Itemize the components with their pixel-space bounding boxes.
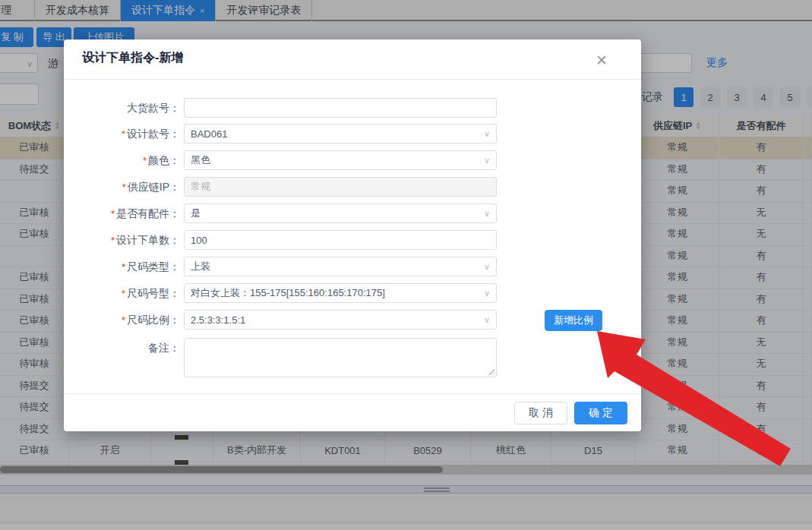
field-label: *尺码类型：	[64, 257, 180, 277]
chevron-down-icon: ∨	[484, 262, 490, 272]
field-label: *是否有配件：	[64, 203, 180, 224]
divider	[64, 79, 641, 80]
field-label: *颜色：	[64, 150, 180, 171]
field-select-7[interactable]: 上装∨	[184, 257, 497, 276]
field-label: *尺码号型：	[64, 283, 180, 304]
cancel-button[interactable]: 取 消	[514, 402, 567, 424]
field-select-9[interactable]: 2.5:3:3:1.5:1∨	[184, 310, 497, 330]
field-label: *供应链IP：	[64, 177, 180, 197]
field-value: 100	[191, 235, 490, 246]
required-asterisk: *	[122, 181, 126, 193]
field-select-5[interactable]: 是∨	[184, 203, 497, 223]
field-textarea-10[interactable]	[184, 338, 497, 377]
close-icon[interactable]: ✕	[593, 52, 610, 68]
form-row-5: *是否有配件：是∨	[64, 203, 641, 223]
field-select-8[interactable]: 对白女上装：155-175[155:160:165:170:175]∨	[184, 283, 497, 303]
modal-title: 设计下单指令-新增	[82, 50, 183, 66]
required-asterisk: *	[111, 235, 115, 246]
field-label: *设计款号：	[64, 124, 180, 144]
field-label: 大货款号：	[64, 98, 180, 118]
field-label: 备注：	[64, 338, 180, 358]
field-input-6[interactable]: 100	[184, 230, 497, 250]
required-asterisk: *	[122, 128, 125, 140]
required-asterisk: *	[122, 288, 125, 299]
required-asterisk: *	[122, 314, 125, 326]
chevron-down-icon: ∨	[484, 289, 490, 298]
chevron-down-icon: ∨	[484, 129, 490, 139]
field-input-1[interactable]	[184, 98, 497, 118]
field-label: *尺码比例：	[64, 310, 180, 330]
form-row-4: *供应链IP：常规	[64, 177, 641, 197]
field-value: 黑色	[191, 153, 484, 167]
divider	[64, 393, 641, 394]
resize-grip-icon[interactable]	[488, 369, 494, 375]
form-row-3: *颜色：黑色∨	[64, 150, 641, 170]
field-select-2[interactable]: BAD061∨	[184, 124, 497, 144]
app-root: 管理开发成本核算设计下单指令×开发评审记录表 复 制 导 出 上传图片 ∨ 游 …	[0, 0, 812, 530]
field-value: 对白女上装：155-175[155:160:165:170:175]	[191, 286, 484, 300]
form-row-10: 备注：	[64, 338, 641, 358]
chevron-down-icon: ∨	[484, 209, 490, 219]
add-ratio-button[interactable]: 新增比例	[545, 310, 602, 331]
field-input-4: 常规	[184, 177, 497, 197]
field-value: 是	[191, 207, 484, 220]
field-value: 常规	[191, 180, 490, 194]
form-row-1: 大货款号：	[64, 98, 641, 118]
confirm-button[interactable]: 确 定	[574, 402, 627, 424]
field-value: BAD061	[191, 128, 484, 140]
new-order-modal: 设计下单指令-新增 ✕ 大货款号：*设计款号：BAD061∨*颜色：黑色∨*供应…	[64, 39, 641, 431]
required-asterisk: *	[122, 261, 125, 273]
field-value: 上装	[191, 260, 484, 273]
form-row-7: *尺码类型：上装∨	[64, 257, 641, 276]
form-row-8: *尺码号型：对白女上装：155-175[155:160:165:170:175]…	[64, 283, 641, 303]
required-asterisk: *	[111, 208, 115, 219]
chevron-down-icon: ∨	[484, 315, 490, 325]
required-asterisk: *	[143, 155, 147, 166]
field-select-3[interactable]: 黑色∨	[184, 150, 497, 170]
field-label: *设计下单数：	[64, 230, 180, 251]
form-row-2: *设计款号：BAD061∨	[64, 124, 641, 144]
form-row-6: *设计下单数：100	[64, 230, 641, 250]
field-value: 2.5:3:3:1.5:1	[191, 314, 484, 326]
chevron-down-icon: ∨	[484, 156, 490, 166]
